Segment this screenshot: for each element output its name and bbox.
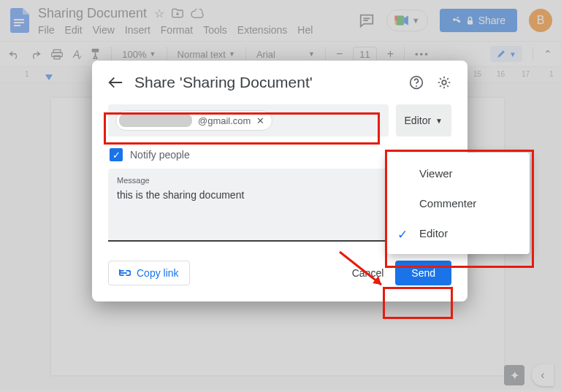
menu-tools[interactable]: Tools bbox=[203, 24, 227, 36]
spellcheck-icon[interactable]: A✓ bbox=[73, 48, 80, 60]
share-button-label: Share bbox=[478, 15, 505, 26]
more-toolbar-icon[interactable]: ••• bbox=[415, 49, 430, 60]
font-size-increase[interactable]: + bbox=[387, 47, 394, 61]
svg-rect-7 bbox=[394, 16, 397, 20]
redacted-email-prefix bbox=[119, 114, 192, 127]
star-icon[interactable]: ☆ bbox=[154, 7, 164, 20]
indent-marker-icon[interactable] bbox=[45, 74, 53, 80]
user-avatar[interactable]: B bbox=[529, 9, 552, 32]
side-panel-toggle[interactable]: ‹ bbox=[532, 364, 554, 386]
font-size-decrease[interactable]: − bbox=[336, 47, 343, 61]
menu-extensions[interactable]: Extensions bbox=[237, 24, 287, 36]
recipient-input[interactable]: @gmail.com ✕ bbox=[108, 104, 389, 137]
cloud-status-icon[interactable] bbox=[191, 9, 204, 18]
back-icon[interactable] bbox=[108, 77, 123, 88]
svg-rect-2 bbox=[14, 25, 20, 26]
menu-view[interactable]: View bbox=[93, 24, 115, 36]
svg-rect-8 bbox=[468, 20, 473, 24]
role-select[interactable]: Editor ▼ bbox=[396, 104, 451, 137]
zoom-select[interactable]: 100% ▼ bbox=[122, 49, 156, 60]
check-icon: ✓ bbox=[397, 227, 408, 242]
svg-rect-10 bbox=[52, 53, 62, 57]
notify-checkbox[interactable]: ✓ bbox=[110, 148, 123, 161]
redo-icon[interactable] bbox=[30, 50, 41, 59]
role-dropdown-menu: Viewer Commenter ✓Editor bbox=[387, 153, 530, 254]
svg-rect-11 bbox=[54, 55, 60, 59]
send-button[interactable]: Send bbox=[395, 261, 451, 285]
remove-chip-icon[interactable]: ✕ bbox=[256, 115, 264, 126]
svg-point-14 bbox=[416, 85, 417, 87]
meet-button[interactable]: ▼ bbox=[386, 9, 428, 31]
menu-help[interactable]: Hel bbox=[297, 24, 313, 36]
document-title[interactable]: Sharing Document bbox=[38, 6, 147, 21]
styles-select[interactable]: Normal text ▼ bbox=[178, 49, 235, 60]
copy-link-button[interactable]: Copy link bbox=[108, 261, 190, 285]
menu-format[interactable]: Format bbox=[161, 24, 193, 36]
explore-button[interactable]: ✦ bbox=[504, 365, 524, 385]
docs-logo-icon[interactable] bbox=[9, 6, 31, 35]
svg-rect-1 bbox=[14, 22, 24, 23]
undo-icon[interactable] bbox=[9, 50, 20, 59]
notify-label: Notify people bbox=[130, 149, 190, 161]
menu-file[interactable]: File bbox=[38, 24, 55, 36]
menu-insert[interactable]: Insert bbox=[125, 24, 150, 36]
move-icon[interactable] bbox=[172, 8, 183, 18]
settings-icon[interactable] bbox=[437, 75, 451, 90]
recipient-email-suffix: @gmail.com bbox=[198, 115, 251, 126]
svg-rect-0 bbox=[14, 19, 24, 20]
menu-bar: File Edit View Insert Format Tools Exten… bbox=[38, 24, 313, 36]
role-option-editor[interactable]: ✓Editor bbox=[387, 218, 530, 248]
role-option-commenter[interactable]: Commenter bbox=[387, 188, 530, 218]
link-icon bbox=[119, 269, 131, 277]
collapse-toolbar-icon[interactable]: ⌃ bbox=[543, 48, 552, 60]
share-button[interactable]: Share bbox=[440, 9, 517, 32]
app-header: Sharing Document ☆ File Edit View Insert… bbox=[0, 0, 561, 41]
help-icon[interactable] bbox=[409, 75, 424, 90]
print-icon[interactable] bbox=[51, 49, 63, 60]
recipient-chip[interactable]: @gmail.com ✕ bbox=[115, 110, 272, 131]
font-size-input[interactable]: 11 bbox=[353, 47, 376, 62]
font-select[interactable]: Arial ▼ bbox=[256, 49, 315, 60]
cancel-button[interactable]: Cancel bbox=[352, 267, 384, 279]
paint-format-icon[interactable] bbox=[90, 48, 101, 60]
svg-rect-12 bbox=[92, 49, 99, 53]
dialog-title: Share 'Sharing Document' bbox=[134, 74, 313, 91]
role-option-viewer[interactable]: Viewer bbox=[387, 158, 530, 188]
comment-history-icon[interactable] bbox=[359, 12, 375, 28]
menu-edit[interactable]: Edit bbox=[65, 24, 83, 36]
editing-mode-select[interactable]: ▼ bbox=[490, 46, 522, 62]
svg-point-15 bbox=[442, 80, 446, 85]
